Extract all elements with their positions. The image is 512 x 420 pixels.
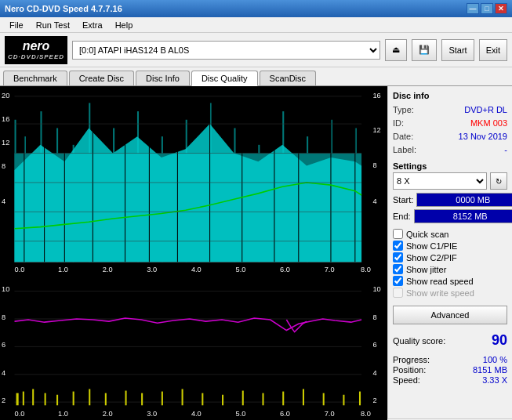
quick-scan-label: Quick scan (406, 230, 448, 239)
svg-text:2: 2 (2, 396, 5, 404)
svg-text:10: 10 (2, 284, 9, 292)
bottom-chart-svg: 10 8 6 4 2 10 8 6 4 2 0.0 1.0 2.0 3.0 (0, 279, 387, 420)
svg-rect-95 (242, 390, 244, 405)
svg-rect-81 (16, 393, 19, 406)
show-c2-pif-label: Show C2/PIF (406, 253, 457, 262)
disc-id-row: ID: MKM 003 (393, 118, 507, 128)
svg-marker-36 (15, 124, 362, 262)
svg-rect-82 (23, 392, 24, 406)
progress-row: Progress: 100 % (393, 355, 507, 364)
speed-selector[interactable]: 8 X (393, 172, 487, 190)
show-c2-pif-checkbox[interactable] (393, 252, 403, 262)
svg-rect-91 (162, 392, 163, 406)
menu-file[interactable]: File (3, 19, 30, 31)
title-text: Nero CD-DVD Speed 4.7.7.16 (5, 4, 122, 13)
progress-label: Progress: (393, 355, 430, 364)
position-value: 8151 MB (473, 365, 507, 375)
settings-title: Settings (393, 161, 507, 171)
settings-section: Settings 8 X ↻ Start: End: (393, 161, 507, 226)
checkbox-c2-pif: Show C2/PIF (393, 252, 507, 262)
disc-label-row: Label: - (393, 145, 507, 154)
svg-text:2: 2 (372, 396, 376, 404)
menu-run-test[interactable]: Run Test (30, 19, 76, 31)
svg-rect-93 (202, 393, 203, 406)
svg-text:5.0: 5.0 (236, 410, 246, 418)
disc-type-label: Type: (393, 105, 414, 114)
svg-text:12: 12 (2, 138, 9, 147)
svg-text:1.0: 1.0 (58, 410, 68, 418)
chart-area: 20 16 12 8 4 16 12 8 4 0.0 1.0 2.0 3.0 4… (0, 86, 388, 418)
menu-extra[interactable]: Extra (76, 19, 109, 31)
svg-rect-86 (73, 392, 74, 406)
checkboxes-section: Quick scan Show C1/PIE Show C2/PIF Show … (393, 229, 507, 299)
position-row: Position: 8151 MB (393, 365, 507, 375)
end-mb-row: End: (393, 209, 507, 223)
svg-text:4.0: 4.0 (191, 410, 202, 418)
svg-text:7.0: 7.0 (325, 265, 335, 273)
close-button[interactable]: ✕ (495, 3, 507, 14)
svg-text:3.0: 3.0 (147, 265, 157, 273)
tab-create-disc[interactable]: Create Disc (69, 71, 134, 85)
refresh-button[interactable]: ↻ (490, 172, 507, 190)
position-label: Position: (393, 365, 426, 375)
tab-bar: Benchmark Create Disc Disc Info Disc Qua… (0, 67, 512, 86)
tab-disc-info[interactable]: Disc Info (136, 71, 190, 85)
svg-text:4: 4 (2, 197, 5, 205)
speed-row-progress: Speed: 3.33 X (393, 375, 507, 385)
save-button[interactable]: 💾 (412, 39, 437, 61)
svg-text:1.0: 1.0 (58, 265, 68, 273)
minimize-button[interactable]: — (467, 3, 479, 14)
disc-label-value: - (504, 145, 507, 154)
quick-scan-checkbox[interactable] (393, 229, 403, 239)
show-write-speed-checkbox (393, 288, 403, 298)
quality-score-row: Quality score: 90 (393, 332, 507, 349)
show-read-speed-checkbox[interactable] (393, 276, 403, 286)
svg-text:8: 8 (372, 161, 376, 169)
svg-text:8: 8 (2, 161, 5, 170)
svg-rect-100 (343, 395, 344, 406)
svg-text:2.0: 2.0 (103, 265, 113, 273)
checkbox-read-speed: Show read speed (393, 276, 507, 286)
start-input[interactable] (416, 193, 512, 207)
menu-help[interactable]: Help (109, 19, 140, 31)
svg-text:12: 12 (372, 125, 380, 134)
title-controls: — □ ✕ (467, 3, 507, 14)
start-button[interactable]: Start (441, 39, 474, 61)
end-input[interactable] (414, 209, 512, 223)
tab-scandisc[interactable]: ScanDisc (260, 71, 316, 85)
svg-rect-96 (262, 393, 263, 406)
svg-rect-101 (359, 392, 361, 406)
tab-benchmark[interactable]: Benchmark (3, 71, 67, 85)
svg-text:8: 8 (372, 313, 376, 321)
svg-rect-88 (105, 393, 107, 406)
eject-button[interactable]: ⏏ (385, 39, 407, 61)
disc-id-value: MKM 003 (470, 118, 507, 128)
svg-text:16: 16 (2, 114, 9, 123)
disc-date-value: 13 Nov 2019 (459, 132, 507, 141)
maximize-button[interactable]: □ (481, 3, 493, 14)
checkbox-quick-scan: Quick scan (393, 229, 507, 239)
show-c1-pie-checkbox[interactable] (393, 241, 403, 251)
drive-selector[interactable]: [0:0] ATAPI iHAS124 B AL0S (72, 41, 380, 60)
svg-text:6: 6 (372, 341, 376, 349)
svg-rect-84 (45, 393, 46, 406)
advanced-button[interactable]: Advanced (393, 306, 507, 324)
disc-date-row: Date: 13 Nov 2019 (393, 132, 507, 141)
svg-rect-87 (89, 389, 90, 405)
disc-id-label: ID: (393, 118, 404, 128)
quality-score-value: 90 (492, 332, 507, 349)
svg-text:0.0: 0.0 (15, 265, 25, 273)
exit-button[interactable]: Exit (479, 39, 507, 61)
svg-text:7.0: 7.0 (325, 410, 335, 418)
svg-text:4: 4 (372, 197, 376, 205)
show-c1-pie-label: Show C1/PIE (406, 241, 457, 251)
toolbar: nero CD·DVD/SPEED [0:0] ATAPI iHAS124 B … (0, 33, 512, 67)
start-label: Start: (393, 195, 413, 205)
menu-bar: File Run Test Extra Help (0, 17, 512, 33)
disc-info-title: Disc info (393, 91, 507, 100)
tab-disc-quality[interactable]: Disc Quality (191, 71, 258, 86)
svg-text:5.0: 5.0 (236, 265, 246, 273)
svg-text:2.0: 2.0 (103, 410, 113, 418)
show-jitter-checkbox[interactable] (393, 264, 403, 274)
title-bar: Nero CD-DVD Speed 4.7.7.16 — □ ✕ (0, 0, 512, 17)
